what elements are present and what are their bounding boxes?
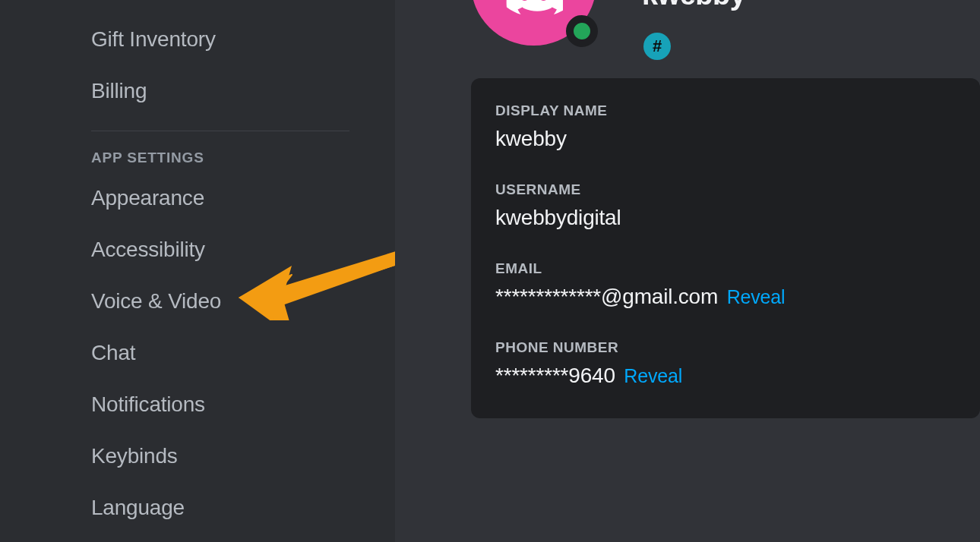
settings-sidebar: Gift Inventory Billing APP SETTINGS Appe…	[0, 0, 395, 542]
email-value-row: *************@gmail.com Reveal	[495, 285, 959, 309]
sidebar-item-keybinds[interactable]: Keybinds	[91, 430, 357, 482]
sidebar-item-chat[interactable]: Chat	[91, 327, 357, 379]
phone-label: PHONE NUMBER	[495, 339, 959, 356]
username-value: kwebbydigital	[495, 206, 959, 230]
sidebar-item-voice-video[interactable]: Voice & Video	[91, 276, 357, 327]
field-display-name: DISPLAY NAME kwebby	[495, 102, 959, 151]
sidebar-item-language[interactable]: Language	[91, 482, 357, 534]
status-online-icon	[566, 15, 598, 47]
avatar-wrap	[471, 0, 596, 46]
discord-icon	[505, 0, 563, 15]
section-header-app-settings: APP SETTINGS	[91, 147, 357, 166]
phone-value: *********9640	[495, 364, 615, 387]
display-name-top: kwebby	[642, 0, 745, 11]
email-value: *************@gmail.com	[495, 285, 718, 308]
field-email: EMAIL *************@gmail.com Reveal	[495, 260, 959, 309]
display-name-label: DISPLAY NAME	[495, 102, 959, 119]
sidebar-item-billing[interactable]: Billing	[91, 65, 357, 117]
profile-header: kwebby #	[395, 0, 980, 60]
sidebar-inner: Gift Inventory Billing APP SETTINGS Appe…	[91, 0, 395, 534]
account-info-card: DISPLAY NAME kwebby USERNAME kwebbydigit…	[471, 78, 980, 418]
email-label: EMAIL	[495, 260, 959, 277]
sidebar-item-accessibility[interactable]: Accessibility	[91, 224, 357, 276]
username-area: kwebby #	[596, 0, 745, 60]
phone-value-row: *********9640 Reveal	[495, 364, 959, 388]
divider	[91, 131, 349, 131]
phone-reveal-link[interactable]: Reveal	[624, 365, 682, 386]
email-reveal-link[interactable]: Reveal	[727, 286, 786, 307]
sidebar-item-appearance[interactable]: Appearance	[91, 172, 357, 224]
hash-badge-icon[interactable]: #	[643, 33, 671, 60]
sidebar-item-notifications[interactable]: Notifications	[91, 379, 357, 430]
field-phone: PHONE NUMBER *********9640 Reveal	[495, 339, 959, 388]
field-username: USERNAME kwebbydigital	[495, 181, 959, 230]
display-name-value: kwebby	[495, 127, 959, 151]
username-label: USERNAME	[495, 181, 959, 198]
sidebar-item-gift-inventory[interactable]: Gift Inventory	[91, 14, 357, 65]
content-pane: kwebby # DISPLAY NAME kwebby USERNAME kw…	[395, 0, 980, 542]
